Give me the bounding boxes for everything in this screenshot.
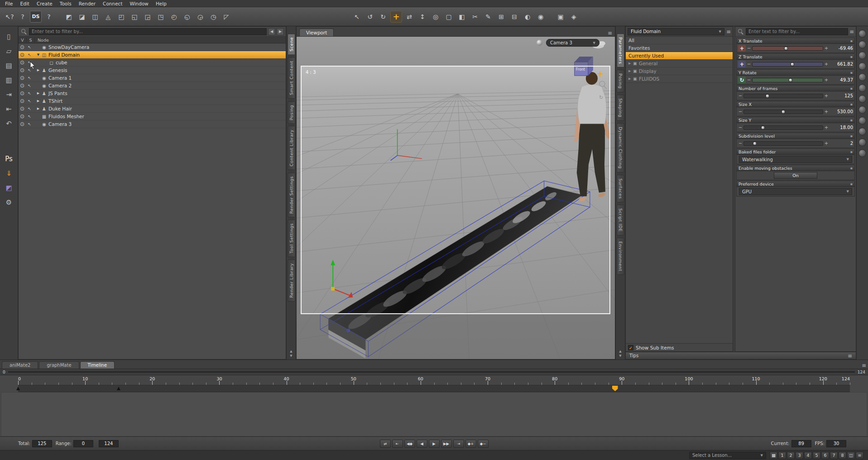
param-nav-item[interactable]: ▶▣Display [626, 67, 733, 75]
camera-view-tool-icon[interactable]: ◉ [535, 11, 547, 23]
create-distantlight-icon[interactable]: ◲ [142, 11, 153, 23]
visibility-eye-icon[interactable]: ⊙ [19, 98, 26, 104]
puppeteer-round-icon[interactable] [858, 95, 866, 103]
playhead[interactable] [612, 386, 618, 391]
parameter-menu-icon[interactable]: ▪ [850, 118, 853, 122]
fps-field[interactable]: 30 [826, 440, 846, 447]
parameter-menu-icon[interactable]: ▪ [850, 134, 853, 138]
keyframe-marker[interactable] [117, 387, 120, 390]
quick-help-icon[interactable]: ? [43, 11, 55, 23]
go-to-first-frame-button[interactable]: ⇤ [392, 440, 403, 448]
viewport-canvas[interactable]: Front + ↻ 4 : 3 [297, 37, 615, 359]
show-sub-items-checkbox[interactable]: ✓ [628, 345, 633, 350]
slider-thumb[interactable] [766, 94, 770, 98]
selection-cursor-icon[interactable]: ↖ [26, 91, 33, 96]
slider-thumb[interactable] [753, 141, 757, 145]
timeline-track[interactable] [18, 385, 850, 392]
range-end-field[interactable]: 124 [99, 440, 119, 447]
selection-cursor-icon[interactable]: ↖ [26, 83, 33, 88]
tab-dynamic-clothing[interactable]: Dynamic Clothing [617, 123, 624, 172]
parameter-menu-icon[interactable]: ▪ [850, 166, 853, 170]
scene-node-row[interactable]: ⊙↖◉Camera 2 [19, 82, 286, 90]
tips-menu-icon[interactable]: ≡ [848, 353, 852, 359]
align-round-icon[interactable] [858, 52, 866, 59]
parameter-menu-icon[interactable]: ▪ [850, 102, 853, 106]
slider-plus-button[interactable]: + [824, 46, 829, 51]
tab-scene[interactable]: Scene [288, 34, 295, 55]
scene-node-row[interactable]: ⊙↖▶♟TShirt [19, 97, 286, 105]
parameter-menu-icon[interactable]: ▪ [850, 150, 853, 154]
orbit-tool-icon[interactable]: ↻ [377, 11, 389, 23]
node-editor-tool-icon[interactable]: ⊞ [495, 11, 507, 23]
expand-arrow-icon[interactable]: ▶ [628, 62, 633, 65]
visibility-eye-icon[interactable]: ⊙ [19, 59, 26, 66]
menu-render[interactable]: Render [76, 0, 99, 7]
universal-tool-icon[interactable]: + [390, 11, 402, 23]
scale-tool-icon[interactable]: ↕ [417, 11, 428, 23]
page-button-1[interactable]: 1 [778, 452, 786, 459]
keyboard-grid-icon[interactable]: ▦ [770, 452, 777, 459]
content-cube-icon[interactable]: ◩ [3, 182, 15, 194]
viewport-tab[interactable]: Viewport [299, 29, 334, 36]
slider-thumb[interactable] [788, 78, 792, 82]
tab-posing[interactable]: Posing [288, 101, 295, 124]
shader-mixer-round-icon[interactable] [858, 106, 866, 114]
loop-playback-button[interactable]: ⇄ [380, 440, 391, 448]
page-button-3[interactable]: 3 [796, 452, 803, 459]
parameter-value[interactable]: 2 [830, 141, 853, 146]
slider-track[interactable] [752, 78, 823, 82]
create-sphere-icon[interactable]: ◵ [181, 11, 193, 23]
scene-filter-input[interactable] [29, 28, 267, 35]
expand-arrow-icon[interactable]: ▶ [36, 99, 41, 103]
slider-track[interactable] [743, 125, 823, 130]
aim-tool-icon[interactable]: ◎ [430, 11, 441, 23]
visibility-eye-icon[interactable]: ⊙ [19, 113, 26, 120]
parameters-filter-input[interactable] [746, 28, 848, 35]
menu-edit[interactable]: Edit [17, 0, 33, 7]
selection-cursor-icon[interactable]: ↖ [26, 68, 33, 72]
slider-minus-button[interactable]: − [738, 109, 743, 114]
slider-minus-button[interactable]: − [738, 125, 743, 130]
spot-render-tool-icon[interactable]: ◐ [522, 11, 533, 23]
menu-connect[interactable]: Connect [100, 0, 125, 7]
rotate-tool-icon[interactable]: ↺ [364, 11, 376, 23]
create-cylinder-icon[interactable]: ◶ [194, 11, 206, 23]
selection-cursor-icon[interactable]: ↖ [26, 114, 33, 119]
timeline-tab-animate2[interactable]: aniMate2 [2, 361, 38, 369]
slider-minus-button[interactable]: − [738, 141, 743, 146]
param-nav-item[interactable]: Favorites [626, 44, 733, 52]
parameter-menu-icon[interactable]: ▪ [850, 39, 853, 43]
expand-arrow-icon[interactable]: ▼ [36, 53, 41, 57]
help-round-icon[interactable] [858, 149, 866, 157]
total-frames-field[interactable]: 125 [32, 440, 52, 447]
node-selector-dropdown[interactable]: Fluid Domain ▼ [628, 28, 724, 35]
status-menu-icon[interactable]: ≡ [856, 452, 863, 459]
parameter-value[interactable]: 530.00 [830, 109, 853, 114]
create-spotlight-icon[interactable]: ◰ [115, 11, 127, 23]
tab-content-library[interactable]: Content Library [288, 126, 295, 170]
parameter-dropdown[interactable]: GPU▼ [739, 188, 852, 195]
daz-studio-logo[interactable]: DS [30, 11, 42, 23]
lesson-selector[interactable]: Select a Lesson... ▼ [689, 452, 766, 459]
menu-create[interactable]: Create [34, 0, 56, 7]
render-settings-icon[interactable]: ◈ [568, 11, 580, 23]
expand-arrow-icon[interactable]: ▶ [36, 68, 41, 72]
menu-help[interactable]: Help [153, 0, 170, 7]
translate-tool-icon[interactable]: ⇄ [403, 11, 415, 23]
node-selection-tool-icon[interactable]: ↖ [351, 11, 363, 23]
surfaces-round-icon[interactable] [858, 117, 866, 125]
page-button-2[interactable]: 2 [787, 452, 795, 459]
visibility-eye-icon[interactable]: ⊙ [19, 82, 26, 89]
page-button-7[interactable]: 7 [830, 452, 838, 459]
scene-info-round-icon[interactable] [858, 30, 866, 38]
help-pointer-icon[interactable]: ↖? [4, 11, 15, 23]
create-camera-icon[interactable]: ◬ [102, 11, 114, 23]
tab-tool-settings[interactable]: Tool Settings [288, 220, 295, 257]
whats-this-icon[interactable]: ? [17, 11, 29, 23]
filter-forward-button[interactable]: ▶ [277, 28, 284, 35]
scene-node-row[interactable]: ⊙↖▦Fluidos Mesher [19, 113, 286, 120]
timeline-tab-timeline[interactable]: Timeline [80, 361, 115, 369]
selection-cursor-icon[interactable]: ↖ [26, 122, 33, 126]
orbit-icon[interactable]: ↻ [599, 95, 603, 101]
slider-thumb[interactable] [791, 62, 795, 66]
